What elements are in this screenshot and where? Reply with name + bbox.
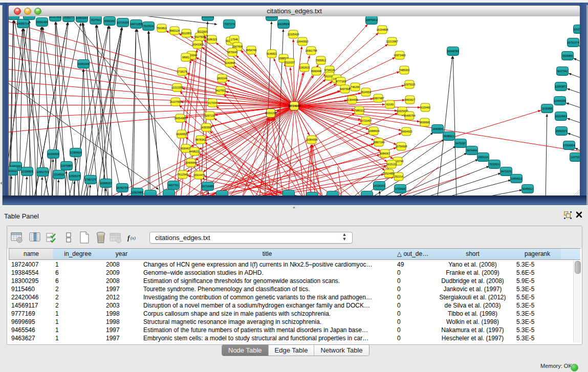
svg-text:16961758: 16961758 (305, 49, 317, 52)
svg-text:16648784: 16648784 (447, 50, 459, 53)
svg-text:20053346: 20053346 (77, 62, 89, 65)
svg-text:12093872: 12093872 (555, 85, 567, 88)
svg-text:7515524: 7515524 (143, 25, 154, 28)
svg-text:6966160: 6966160 (104, 19, 115, 23)
svg-text:9457791: 9457791 (168, 184, 179, 187)
svg-text:19054985: 19054985 (174, 117, 186, 120)
svg-text:20876812: 20876812 (365, 18, 377, 21)
svg-text:20691406: 20691406 (36, 20, 48, 24)
svg-text:10807487: 10807487 (372, 97, 384, 100)
svg-text:15716485: 15716485 (202, 185, 213, 188)
svg-text:8813054: 8813054 (267, 16, 277, 18)
svg-text:12942757: 12942757 (36, 170, 48, 173)
svg-text:16782759: 16782759 (116, 186, 128, 189)
svg-text:3624554: 3624554 (361, 91, 371, 94)
svg-text:10653267: 10653267 (76, 16, 88, 19)
svg-text:13524851: 13524851 (383, 172, 395, 175)
svg-text:3875645: 3875645 (227, 51, 237, 54)
svg-text:10719155: 10719155 (117, 21, 128, 24)
svg-text:6794028: 6794028 (324, 69, 335, 72)
svg-text:1362615: 1362615 (299, 66, 310, 69)
svg-text:3215958: 3215958 (542, 107, 552, 110)
svg-text:8912953: 8912953 (181, 32, 191, 35)
svg-text:5322037: 5322037 (285, 61, 295, 64)
svg-text:8878342: 8878342 (195, 138, 206, 141)
svg-text:8427552: 8427552 (215, 89, 226, 92)
svg-text:6479197: 6479197 (455, 142, 466, 145)
svg-text:(x): (x) (130, 235, 136, 240)
svg-text:10688609: 10688609 (367, 129, 379, 133)
svg-text:9146821: 9146821 (267, 52, 277, 55)
svg-text:16154808: 16154808 (376, 28, 388, 31)
svg-text:9329966: 9329966 (562, 54, 573, 57)
svg-text:7986322: 7986322 (354, 109, 364, 112)
svg-text:17957273: 17957273 (84, 178, 96, 181)
svg-text:14353594: 14353594 (200, 126, 212, 129)
svg-text:19384554: 19384554 (306, 138, 317, 141)
svg-text:13975887: 13975887 (60, 164, 72, 167)
svg-text:8938913: 8938913 (444, 135, 454, 138)
svg-text:17546: 17546 (231, 38, 238, 41)
svg-text:12975115: 12975115 (404, 83, 416, 86)
svg-text:19166825: 19166825 (176, 133, 187, 136)
svg-text:2803144: 2803144 (217, 77, 227, 80)
svg-text:3919112: 3919112 (9, 169, 17, 172)
svg-text:98961: 98961 (182, 56, 190, 59)
svg-text:15409948: 15409948 (185, 161, 197, 164)
svg-text:1527602: 1527602 (91, 18, 101, 21)
svg-text:2718176: 2718176 (177, 70, 187, 73)
svg-text:9115460: 9115460 (420, 106, 430, 109)
svg-text:18724007: 18724007 (288, 104, 301, 107)
svg-text:8454749: 8454749 (246, 49, 256, 52)
svg-text:252214: 252214 (394, 175, 403, 178)
svg-text:8990448: 8990448 (311, 70, 321, 73)
svg-text:8960124: 8960124 (169, 29, 180, 32)
svg-text:18807249: 18807249 (373, 141, 384, 144)
svg-text:62160: 62160 (386, 103, 394, 106)
svg-text:7357274: 7357274 (224, 23, 234, 26)
svg-text:18300295: 18300295 (265, 112, 276, 115)
svg-text:16671355: 16671355 (130, 23, 142, 26)
svg-text:1167531: 1167531 (571, 156, 580, 159)
svg-text:20206536: 20206536 (47, 152, 59, 156)
svg-text:4498222: 4498222 (189, 150, 200, 153)
svg-text:1640954: 1640954 (432, 127, 443, 130)
svg-text:12444159: 12444159 (554, 99, 565, 102)
svg-text:24055714: 24055714 (17, 22, 29, 25)
svg-text:7485063: 7485063 (399, 69, 409, 72)
svg-text:16107554: 16107554 (169, 100, 181, 103)
svg-text:19654923: 19654923 (400, 130, 412, 133)
svg-text:12213967: 12213967 (386, 40, 398, 43)
svg-text:12359924: 12359924 (70, 151, 81, 154)
svg-text:8186323: 8186323 (207, 38, 217, 41)
svg-text:9777169: 9777169 (336, 80, 346, 83)
svg-text:9245612: 9245612 (522, 187, 533, 190)
svg-text:9084067: 9084067 (380, 152, 390, 155)
svg-text:10654112: 10654112 (511, 177, 522, 180)
svg-text:12213309: 12213309 (171, 86, 183, 89)
svg-text:1533277: 1533277 (63, 16, 74, 19)
svg-text:10210643: 10210643 (555, 115, 567, 118)
svg-text:15751074: 15751074 (567, 41, 579, 44)
svg-text:417004: 417004 (208, 101, 216, 104)
svg-text:7955812: 7955812 (316, 59, 326, 62)
svg-text:9227342: 9227342 (557, 70, 568, 73)
svg-text:15720407: 15720407 (360, 119, 372, 122)
svg-text:1314519: 1314519 (54, 173, 64, 176)
svg-text:21364436: 21364436 (346, 98, 358, 101)
svg-text:16033809: 16033809 (202, 16, 213, 18)
svg-text:2967608: 2967608 (232, 45, 243, 48)
svg-text:10973493: 10973493 (394, 54, 405, 57)
svg-text:13640910: 13640910 (296, 40, 308, 43)
svg-text:11325419: 11325419 (288, 33, 299, 36)
svg-text:9463627: 9463627 (405, 98, 415, 101)
svg-text:9242848: 9242848 (225, 61, 235, 64)
svg-text:15692971: 15692971 (555, 129, 567, 133)
svg-text:10958157: 10958157 (100, 182, 112, 185)
svg-text:9474444: 9474444 (467, 149, 477, 152)
svg-text:16495754: 16495754 (403, 114, 415, 117)
svg-text:7632621: 7632621 (489, 163, 499, 166)
svg-text:12156829: 12156829 (21, 170, 33, 173)
svg-text:9699695: 9699695 (420, 121, 430, 124)
svg-text:7612540: 7612540 (178, 173, 188, 176)
